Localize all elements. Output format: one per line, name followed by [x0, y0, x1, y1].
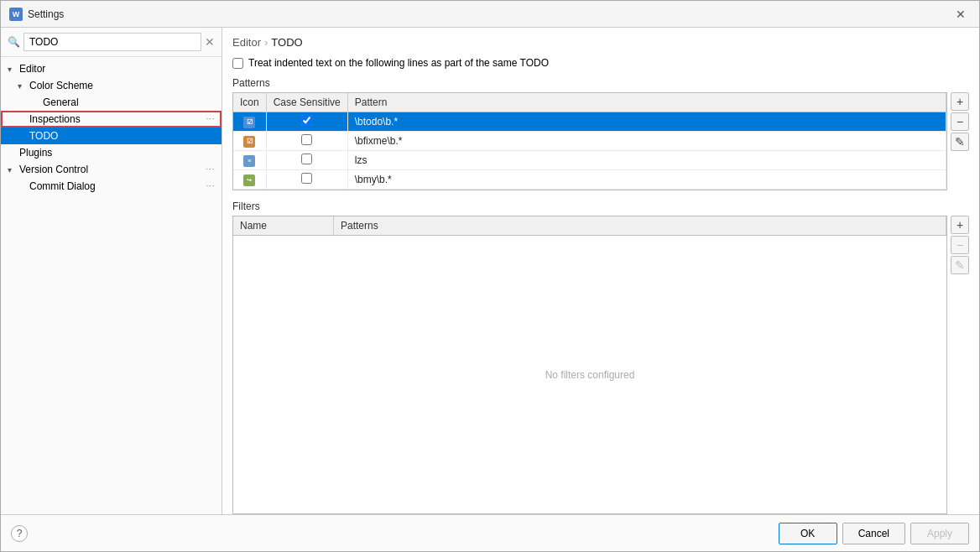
sidebar-item-inspections[interactable]: Inspections ⋯ [1, 111, 222, 128]
fixme-icon: ☑ [243, 136, 255, 148]
patterns-edit-button[interactable]: ✎ [951, 133, 969, 151]
sidebar-item-label: General [43, 96, 215, 108]
pattern-cell: lzs [347, 151, 946, 170]
case-sensitive-cell [266, 170, 347, 190]
search-icon: 🔍 [8, 36, 20, 48]
filters-add-button[interactable]: + [951, 216, 969, 234]
search-input[interactable] [23, 33, 201, 51]
patterns-section: Patterns Icon Case Sensitive Pattern [232, 77, 969, 190]
filters-section-label: Filters [232, 200, 969, 212]
sidebar-item-general[interactable]: General [1, 94, 222, 111]
case-sensitive-checkbox[interactable] [301, 173, 312, 184]
breadcrumb: Editor › TODO [232, 36, 969, 49]
icon-cell: ☑ [233, 132, 266, 151]
filters-side-buttons: + − ✎ [951, 216, 969, 514]
filters-edit-button[interactable]: ✎ [951, 256, 969, 274]
checkbox-row: Treat indented text on the following lin… [232, 57, 969, 69]
title-bar: W Settings ✕ [1, 1, 979, 28]
sidebar-item-editor[interactable]: ▾ Editor [1, 60, 222, 77]
sidebar-item-todo[interactable]: TODO [1, 128, 222, 144]
patterns-table: Icon Case Sensitive Pattern ☑ [233, 93, 946, 190]
sidebar-item-label: Editor [19, 63, 215, 75]
sidebar: 🔍 ✕ ▾ Editor ▾ Color Scheme [1, 28, 222, 514]
treat-indented-checkbox[interactable] [232, 58, 243, 69]
icon-cell: ≡ [233, 151, 266, 170]
bottom-right: OK Cancel Apply [779, 523, 969, 544]
sidebar-item-label: Commit Dialog [29, 180, 206, 192]
badge-icon: ⋯ [206, 114, 215, 125]
filters-table-header: Name Patterns [233, 216, 946, 236]
case-sensitive-cell [266, 132, 347, 151]
patterns-table-container: Icon Case Sensitive Pattern ☑ [232, 92, 969, 190]
help-button[interactable]: ? [11, 525, 28, 542]
breadcrumb-current: TODO [271, 36, 302, 49]
sidebar-item-plugins[interactable]: Plugins [1, 144, 222, 161]
sidebar-tree: ▾ Editor ▾ Color Scheme General Inspecti… [1, 57, 222, 514]
sidebar-item-label: Plugins [19, 147, 215, 159]
sidebar-item-label: TODO [29, 130, 215, 142]
filters-remove-button[interactable]: − [951, 236, 969, 254]
filters-empty-message: No filters configured [233, 236, 946, 513]
case-sensitive-checkbox[interactable] [301, 154, 312, 164]
sidebar-item-label: Inspections [29, 113, 206, 125]
bottom-bar: ? OK Cancel Apply [1, 514, 979, 551]
patterns-add-button[interactable]: + [951, 92, 969, 111]
title-bar-left: W Settings [9, 8, 64, 21]
filters-table-container: Name Patterns No filters configured + − … [232, 216, 969, 514]
settings-window: W Settings ✕ 🔍 ✕ ▾ Editor ▾ [0, 0, 980, 552]
expand-icon [18, 182, 29, 191]
case-sensitive-checkbox[interactable] [301, 115, 312, 126]
col-header-case-sensitive: Case Sensitive [266, 93, 347, 112]
sidebar-item-commit-dialog[interactable]: Commit Dialog ⋯ [1, 178, 222, 195]
expand-icon [31, 98, 43, 107]
table-row[interactable]: ≡ lzs [233, 151, 946, 170]
icon-cell: ↪ [233, 170, 266, 190]
expand-icon: ▾ [8, 65, 19, 74]
apply-button[interactable]: Apply [910, 523, 969, 544]
case-sensitive-cell [266, 112, 347, 132]
patterns-remove-button[interactable]: − [951, 112, 969, 131]
expand-icon [8, 148, 19, 158]
sidebar-item-label: Version Control [19, 164, 206, 175]
table-row[interactable]: ↪ \bmy\b.* [233, 170, 946, 190]
patterns-table-wrap: Icon Case Sensitive Pattern ☑ [232, 92, 947, 190]
patterns-section-label: Patterns [232, 77, 969, 89]
breadcrumb-separator: › [264, 36, 268, 49]
breadcrumb-parent: Editor [232, 36, 261, 49]
table-row[interactable]: ☑ \btodo\b.* [233, 112, 946, 132]
treat-indented-label: Treat indented text on the following lin… [248, 57, 549, 69]
patterns-side-buttons: + − ✎ [951, 92, 969, 190]
expand-icon: ▾ [8, 165, 19, 174]
window-title: Settings [28, 8, 64, 20]
case-sensitive-checkbox[interactable] [301, 134, 312, 145]
sidebar-item-label: Color Scheme [29, 80, 215, 91]
todo-icon: ☑ [243, 117, 255, 128]
expand-icon: ▾ [18, 81, 29, 91]
pattern-cell: \bfixme\b.* [347, 132, 946, 151]
pattern-cell: \bmy\b.* [347, 170, 946, 190]
bottom-left: ? [11, 525, 28, 542]
case-sensitive-cell [266, 151, 347, 170]
bmy-icon: ↪ [243, 174, 255, 186]
filters-col-name: Name [233, 216, 334, 235]
pattern-cell: \btodo\b.* [347, 112, 946, 132]
expand-icon [18, 115, 29, 124]
close-button[interactable]: ✕ [951, 4, 971, 24]
sidebar-item-version-control[interactable]: ▾ Version Control ⋯ [1, 161, 222, 178]
search-clear-button[interactable]: ✕ [205, 36, 215, 48]
badge-icon: ⋯ [206, 164, 215, 175]
app-icon: W [9, 8, 23, 21]
filters-section: Filters Name Patterns No filters configu… [232, 200, 969, 514]
cancel-button[interactable]: Cancel [842, 523, 905, 544]
sidebar-item-color-scheme[interactable]: ▾ Color Scheme [1, 77, 222, 94]
filters-col-patterns: Patterns [334, 216, 946, 235]
table-row[interactable]: ☑ \bfixme\b.* [233, 132, 946, 151]
icon-cell: ☑ [233, 112, 266, 132]
right-panel: Editor › TODO Treat indented text on the… [222, 28, 979, 514]
col-header-pattern: Pattern [347, 93, 946, 112]
main-content: 🔍 ✕ ▾ Editor ▾ Color Scheme [1, 28, 979, 514]
lzs-icon: ≡ [243, 155, 255, 167]
expand-icon [18, 132, 29, 141]
ok-button[interactable]: OK [779, 523, 837, 544]
filters-table-wrap: Name Patterns No filters configured [232, 216, 947, 514]
